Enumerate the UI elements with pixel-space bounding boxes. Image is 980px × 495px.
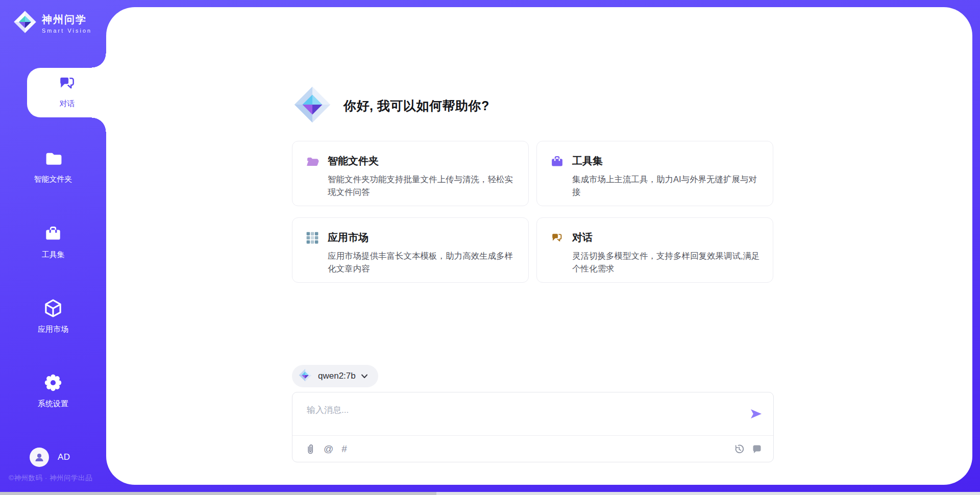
active-tab-fillet-bottom bbox=[92, 117, 106, 132]
model-diamond-icon bbox=[299, 368, 312, 384]
sidebar-item-smart-folder[interactable]: 智能文件夹 bbox=[0, 149, 106, 184]
card-smart-folder[interactable]: 智能文件夹 智能文件夹功能支持批量文件上传与清洗，轻松实现文件问答 bbox=[292, 141, 529, 206]
card-title: 对话 bbox=[572, 231, 762, 244]
active-tab-fillet-top bbox=[92, 54, 106, 68]
card-app-market[interactable]: 应用市场 应用市场提供丰富长文本模板，助力高效生成多样化文章内容 bbox=[292, 217, 529, 283]
user-account[interactable]: AD bbox=[30, 448, 70, 467]
sidebar-footer-text: ©神州数码 · 神州问学出品 bbox=[9, 474, 106, 483]
card-description: 应用市场提供丰富长文本模板，助力高效生成多样化文章内容 bbox=[328, 250, 518, 275]
brand-logo-block: 神州问学 Smart Vision bbox=[13, 10, 92, 36]
card-description: 集成市场上主流工具，助力AI与外界无缝扩展与对接 bbox=[572, 173, 762, 199]
cube-icon bbox=[43, 311, 63, 320]
chat-bubbles-icon bbox=[550, 231, 565, 247]
person-icon bbox=[33, 451, 45, 463]
pixel-cube-icon bbox=[306, 231, 320, 246]
user-initials: AD bbox=[58, 452, 70, 462]
brand-title: 神州问学 bbox=[42, 13, 92, 27]
horizontal-scrollbar[interactable] bbox=[0, 492, 980, 495]
toolbox-icon bbox=[550, 155, 565, 170]
chevron-down-icon bbox=[361, 372, 368, 381]
brand-diamond-icon bbox=[13, 10, 37, 36]
message-input[interactable] bbox=[292, 392, 773, 434]
feature-cards-grid: 智能文件夹 智能文件夹功能支持批量文件上传与清洗，轻松实现文件问答 工具集 集成… bbox=[292, 141, 774, 283]
send-icon[interactable] bbox=[749, 407, 763, 421]
attachment-icon[interactable] bbox=[305, 443, 315, 455]
toolbox-icon bbox=[43, 237, 63, 245]
sidebar-item-toolset[interactable]: 工具集 bbox=[0, 225, 106, 260]
card-title: 智能文件夹 bbox=[328, 154, 518, 168]
message-composer: @ # bbox=[292, 392, 774, 462]
sidebar-item-label: 工具集 bbox=[0, 250, 106, 260]
brand-subtitle: Smart Vision bbox=[42, 28, 92, 34]
composer-toolbar: @ # bbox=[292, 436, 773, 462]
hashtag-icon[interactable]: # bbox=[341, 444, 347, 454]
sidebar-item-label: 智能文件夹 bbox=[0, 175, 106, 184]
greeting-title: 你好, 我可以如何帮助你? bbox=[344, 97, 489, 114]
greeting-block: 你好, 我可以如何帮助你? bbox=[293, 86, 489, 126]
sidebar-item-label: 系统设置 bbox=[0, 399, 106, 409]
card-description: 灵活切换多模型文件，支持多样回复效果调试,满足个性化需求 bbox=[572, 250, 762, 275]
sidebar-item-label: 应用市场 bbox=[0, 325, 106, 334]
comment-icon[interactable] bbox=[752, 444, 762, 454]
card-chat[interactable]: 对话 灵活切换多模型文件，支持多样回复效果调试,满足个性化需求 bbox=[536, 217, 773, 283]
assistant-diamond-icon bbox=[293, 86, 331, 126]
card-description: 智能文件夹功能支持批量文件上传与清洗，轻松实现文件问答 bbox=[328, 173, 518, 199]
mention-icon[interactable]: @ bbox=[324, 444, 333, 454]
sidebar-item-app-market[interactable]: 应用市场 bbox=[0, 298, 106, 334]
folder-open-icon bbox=[306, 155, 320, 171]
gear-icon bbox=[43, 386, 63, 394]
chat-bubbles-icon bbox=[57, 87, 78, 95]
sidebar-item-settings[interactable]: 系统设置 bbox=[0, 373, 106, 409]
folder-icon bbox=[43, 161, 63, 170]
model-name: qwen2:7b bbox=[318, 371, 356, 381]
sidebar-item-label: 对话 bbox=[27, 99, 107, 109]
card-toolset[interactable]: 工具集 集成市场上主流工具，助力AI与外界无缝扩展与对接 bbox=[536, 141, 773, 206]
app-root: 神州问学 Smart Vision 对话 智能文件夹 bbox=[0, 0, 980, 495]
scrollbar-thumb[interactable] bbox=[0, 492, 436, 495]
card-title: 应用市场 bbox=[328, 231, 518, 244]
model-selector[interactable]: qwen2:7b bbox=[292, 365, 378, 387]
avatar bbox=[30, 448, 49, 467]
history-icon[interactable] bbox=[733, 443, 745, 455]
card-title: 工具集 bbox=[572, 154, 762, 168]
sidebar-item-chat[interactable]: 对话 bbox=[27, 68, 107, 117]
